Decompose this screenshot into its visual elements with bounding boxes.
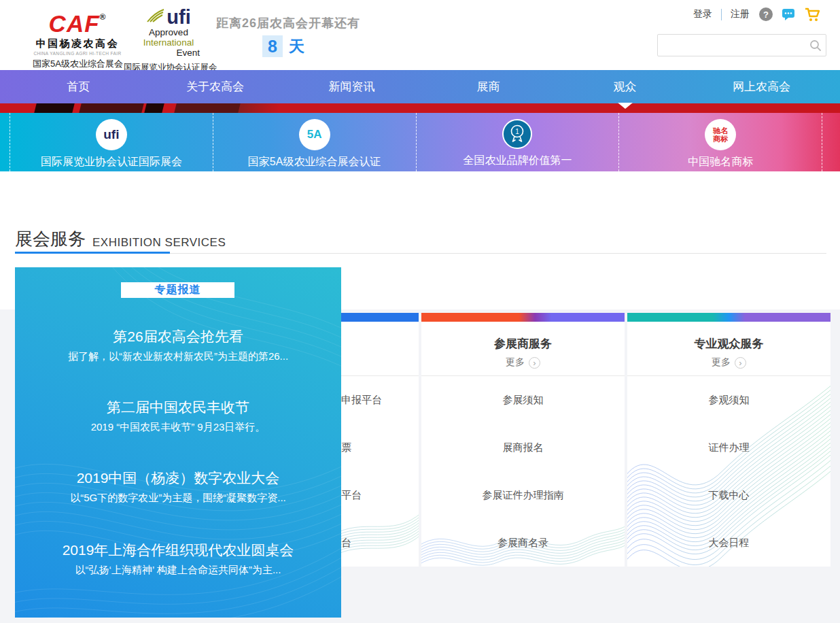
section-header: 展会服务 EXHIBITION SERVICES	[15, 227, 226, 251]
nav-dropdown-caret	[618, 103, 633, 109]
ufi-swoosh-icon	[146, 8, 165, 26]
card-header: 参展商服务 更多 ›	[421, 322, 625, 367]
ufi-approved-logo: ufi Approved International Event 国际展览业协会…	[124, 7, 213, 73]
search-icon[interactable]	[805, 39, 826, 52]
registered-mark: ®	[100, 12, 107, 22]
badge-label: 国际展览业协会认证国际展会	[41, 155, 182, 169]
nav-item-home[interactable]: 首页	[10, 70, 147, 103]
news-item[interactable]: 2019中国（杨凌）数字农业大会 以“5G下的数字农业”为主题，围绕“凝聚数字资…	[15, 469, 341, 505]
section-title-en: EXHIBITION SERVICES	[92, 236, 226, 250]
banner-strip	[0, 103, 840, 113]
special-report-label: 专题报道	[121, 282, 234, 298]
card-item[interactable]: 参展须知	[421, 376, 625, 424]
news-title: 2019中国（杨凌）数字农业大会	[15, 469, 341, 488]
news-desc: 据了解，以“新农业新农村新农民”为主题的第26...	[15, 349, 341, 364]
ufi-logo-text: ufi	[167, 8, 190, 26]
card-title: 参展商服务	[421, 322, 625, 352]
badge-label: 全国农业品牌价值第一	[463, 154, 572, 168]
caf-logo-title-en: CHINA YANGLING AGRI HI-TECH FAIR	[33, 51, 122, 56]
nav-item-news[interactable]: 新闻资讯	[283, 70, 420, 103]
section-divider-accent	[15, 252, 170, 254]
section-title-cn: 展会服务	[15, 227, 86, 251]
card-visitor-services: 专业观众服务 更多 › 参观须知 证件办理 下载中心 大会日程	[627, 313, 830, 567]
news-item[interactable]: 2019年上海合作组织现代农业圆桌会 以“弘扬‘上海精神’ 构建上合命运共同体”…	[15, 541, 341, 577]
card-exhibitor-services: 参展商服务 更多 › 参展须知 展商报名 参展证件办理指南 参展商名录	[421, 313, 625, 567]
special-report-panel: 专题报道 第26届农高会抢先看 据了解，以“新农业新农村新农民”为主题的第26.…	[15, 267, 341, 618]
chevron-right-icon: ›	[529, 357, 540, 369]
card-title: 专业观众服务	[627, 322, 830, 352]
page: CAF® 中国杨凌农高会 CHINA YANGLING AGRI HI-TECH…	[0, 0, 840, 623]
nav-item-online-fair[interactable]: 网上农高会	[693, 70, 830, 103]
nav-item-exhibitors[interactable]: 展商	[420, 70, 557, 103]
nav-item-about[interactable]: 关于农高会	[147, 70, 283, 103]
card-top-bar	[421, 313, 625, 322]
nav-item-visitors[interactable]: 观众	[557, 70, 693, 103]
card-item[interactable]: 参观须知	[627, 376, 830, 424]
news-item[interactable]: 第26届农高会抢先看 据了解，以“新农业新农村新农民”为主题的第26...	[15, 327, 341, 364]
news-title: 2019年上海合作组织现代农业圆桌会	[15, 541, 341, 560]
main-nav: 首页 关于农高会 新闻资讯 展商 观众 网上农高会	[0, 70, 840, 103]
ufi-approved-label: Approved	[124, 27, 213, 37]
news-item[interactable]: 第二届中国农民丰收节 2019 “中国农民丰收节” 9月23日举行。	[15, 398, 341, 435]
certification-badge-strip: ufi 国际展览业协会认证国际展会 5A 国家5A级农业综合展会认证 1	[0, 113, 840, 171]
card-header: 专业观众服务 更多 ›	[627, 322, 830, 367]
trademark-badge-icon: 驰名 商标	[705, 119, 736, 150]
card-item[interactable]: 参展商名录	[421, 519, 625, 567]
countdown-days-row: 8 天	[262, 35, 304, 57]
help-icon[interactable]: ?	[759, 7, 773, 21]
badge-ufi-certified: ufi 国际展览业协会认证国际展会	[10, 113, 213, 171]
countdown-days-unit: 天	[289, 36, 304, 57]
topbar: CAF® 中国杨凌农高会 CHINA YANGLING AGRI HI-TECH…	[0, 0, 840, 70]
card-item[interactable]: 大会日程	[627, 519, 830, 567]
badge-label: 中国驰名商标	[688, 155, 753, 169]
caf-logo-title-cn: 中国杨凌农高会	[33, 37, 122, 50]
news-desc: 2019 “中国农民丰收节” 9月23日举行。	[15, 420, 341, 435]
more-link[interactable]: 更多 ›	[627, 356, 830, 369]
chevron-right-icon: ›	[735, 357, 746, 369]
caf-logo-subtitle: 国家5A级农业综合展会	[33, 58, 122, 70]
news-desc: 以“5G下的数字农业”为主题，围绕“凝聚数字资...	[15, 490, 341, 505]
search-box	[657, 34, 826, 56]
badge-5a-certified: 5A 国家5A级农业综合展会认证	[213, 113, 416, 171]
register-link[interactable]: 注册	[731, 8, 750, 20]
news-title: 第26届农高会抢先看	[15, 327, 341, 346]
badge-famous-trademark: 驰名 商标 中国驰名商标	[618, 113, 822, 171]
more-link[interactable]: 更多 ›	[421, 356, 625, 369]
caf-logo-text: CAF®	[33, 4, 122, 37]
ufi-badge-icon: ufi	[96, 119, 127, 150]
badge-brand-value: 1 全国农业品牌价值第一	[416, 113, 619, 171]
badge-label: 国家5A级农业综合展会认证	[248, 155, 381, 169]
news-title: 第二届中国农民丰收节	[15, 398, 341, 417]
cart-icon[interactable]	[804, 7, 821, 22]
svg-text:1: 1	[516, 128, 520, 135]
medal-badge-icon: 1	[502, 119, 532, 149]
search-input[interactable]	[658, 35, 805, 56]
card-item[interactable]: 展商报名	[421, 424, 625, 471]
countdown-days-value: 8	[262, 35, 283, 57]
card-item[interactable]: 下载中心	[627, 471, 830, 519]
5a-badge-icon: 5A	[299, 119, 330, 150]
ufi-event-label: Event	[124, 48, 213, 58]
ufi-international-label: International	[124, 37, 213, 48]
card-item[interactable]: 参展证件办理指南	[421, 471, 625, 519]
news-desc: 以“弘扬‘上海精神’ 构建上合命运共同体”为主...	[15, 562, 341, 577]
countdown-text: 距离26届农高会开幕还有	[216, 15, 360, 31]
message-icon[interactable]	[781, 7, 796, 22]
user-bar: 登录 注册 ?	[693, 6, 821, 22]
card-top-bar	[627, 313, 830, 322]
caf-logo[interactable]: CAF® 中国杨凌农高会 CHINA YANGLING AGRI HI-TECH…	[33, 4, 122, 70]
card-item[interactable]: 证件办理	[627, 424, 830, 471]
divider	[721, 9, 722, 20]
login-link[interactable]: 登录	[693, 8, 712, 20]
